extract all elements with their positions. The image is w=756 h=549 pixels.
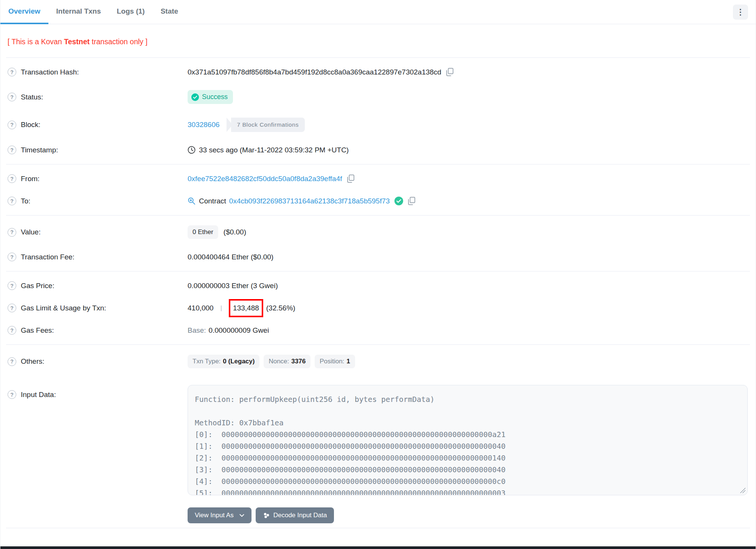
copy-icon[interactable]	[446, 68, 454, 76]
value-label: Value:	[21, 228, 40, 236]
value-badge: 0 Ether	[188, 225, 218, 239]
tab-bar: Overview Internal Txns Logs (1) State ⋮	[0, 0, 756, 24]
input-data-textarea[interactable]: Function: performUpkeep(uint256 id, byte…	[188, 385, 748, 495]
view-input-as-label: View Input As	[195, 512, 234, 519]
help-icon[interactable]: ?	[8, 93, 16, 101]
notice-suffix: transaction only ]	[90, 37, 147, 46]
input-data-actions: View Input As Decode Input Data	[188, 507, 756, 523]
others-label: Others:	[21, 357, 44, 366]
value-usd: ($0.00)	[224, 228, 246, 236]
input-data-line: MethodID: 0x7bbaf1ea	[195, 417, 740, 429]
section-others-input: ? Others: Txn Type: 0 (Legacy) Nonce: 33…	[0, 345, 756, 528]
gas-price-value: 0.000000003 Ether (3 Gwei)	[188, 282, 278, 290]
to-contract-word: Contract	[199, 197, 226, 205]
copy-icon[interactable]	[347, 174, 355, 183]
block-confirmations-badge: 7 Block Confirmations	[225, 118, 305, 132]
txn-type-value: 0 (Legacy)	[223, 358, 255, 365]
help-icon[interactable]: ?	[8, 174, 16, 183]
status-label: Status:	[21, 93, 43, 101]
status-badge-text: Success	[202, 93, 228, 101]
testnet-notice: [ This is a Kovan Testnet transaction on…	[8, 37, 756, 46]
block-number-link[interactable]: 30328606	[188, 121, 220, 129]
help-icon[interactable]: ?	[8, 228, 16, 237]
decode-icon	[263, 512, 270, 519]
input-data-line: [4]: 00000000000000000000000000000000000…	[195, 476, 740, 487]
gas-fees-base-value: 0.000000009 Gwei	[209, 326, 269, 335]
txn-type-badge: Txn Type: 0 (Legacy)	[188, 355, 259, 368]
success-check-icon	[191, 93, 199, 101]
divider	[6, 528, 750, 528]
input-data-line: [0]: 00000000000000000000000000000000000…	[195, 429, 740, 440]
tab-overview[interactable]: Overview	[0, 0, 48, 24]
help-icon[interactable]: ?	[8, 326, 16, 335]
timestamp-value: 33 secs ago (Mar-11-2022 03:59:32 PM +UT…	[199, 146, 349, 154]
row-transaction-hash: ? Transaction Hash: 0x371a51097fb78df856…	[0, 61, 756, 83]
nonce-value: 3376	[291, 358, 306, 365]
verified-check-icon	[394, 197, 403, 205]
input-data-line	[195, 405, 740, 417]
to-address-link[interactable]: 0x4cb093f226983713164a62138c3f718a5b595f…	[229, 197, 390, 205]
transaction-fee-value: 0.000400464 Ether ($0.00)	[188, 253, 273, 261]
help-icon[interactable]: ?	[8, 304, 16, 312]
copy-icon[interactable]	[408, 197, 416, 205]
help-icon[interactable]: ?	[8, 390, 16, 399]
block-label: Block:	[21, 121, 40, 129]
row-input-data: ? Input Data: Function: performUpkeep(ui…	[0, 375, 756, 502]
gas-separator: |	[220, 304, 222, 312]
row-transaction-fee: ? Transaction Fee: 0.000400464 Ether ($0…	[0, 246, 756, 268]
gas-fees-label: Gas Fees:	[21, 326, 54, 335]
txn-type-label: Txn Type:	[192, 358, 220, 365]
position-label: Position:	[320, 358, 344, 365]
help-icon[interactable]: ?	[8, 253, 16, 261]
section-summary: ? Transaction Hash: 0x371a51097fb78df856…	[0, 58, 756, 164]
help-icon[interactable]: ?	[8, 121, 16, 129]
transaction-hash-value: 0x371a51097fb78df856f8b4a7bd459f192d8cc8…	[188, 68, 441, 76]
tab-state[interactable]: State	[153, 0, 186, 24]
transaction-fee-label: Transaction Fee:	[21, 253, 75, 261]
section-gas: ? Gas Price: 0.000000003 Ether (3 Gwei) …	[0, 271, 756, 344]
help-icon[interactable]: ?	[8, 146, 16, 154]
row-gas-fees: ? Gas Fees: Base: 0.000000009 Gwei	[0, 319, 756, 341]
row-block: ? Block: 30328606 7 Block Confirmations	[0, 111, 756, 139]
row-timestamp: ? Timestamp: 33 secs ago (Mar-11-2022 03…	[0, 139, 756, 161]
row-others: ? Others: Txn Type: 0 (Legacy) Nonce: 33…	[0, 348, 756, 375]
footer-bar	[0, 546, 756, 549]
help-icon[interactable]: ?	[8, 197, 16, 205]
section-value: ? Value: 0 Ether ($0.00) ? Transaction F…	[0, 216, 756, 271]
gas-used-annotation-box: 133,488	[229, 299, 263, 317]
from-label: From:	[21, 175, 40, 183]
row-from: ? From: 0xfee7522e8482682cf50ddc50a0f8da…	[0, 167, 756, 190]
input-data-line: [5]: 00000000000000000000000000000000000…	[195, 487, 740, 495]
gas-limit-value: 410,000	[188, 304, 214, 312]
zoom-in-icon[interactable]	[188, 197, 196, 205]
input-data-line: [3]: 00000000000000000000000000000000000…	[195, 464, 740, 476]
nonce-label: Nonce:	[269, 358, 289, 365]
block-confirmations-text: 7 Block Confirmations	[231, 118, 305, 132]
resize-grip-icon[interactable]	[740, 487, 745, 493]
gas-limit-usage-label: Gas Limit & Usage by Txn:	[21, 304, 106, 312]
gas-fees-base-label: Base:	[188, 326, 206, 335]
to-label: To:	[21, 197, 30, 205]
row-status: ? Status: Success	[0, 83, 756, 111]
help-icon[interactable]: ?	[8, 357, 16, 366]
decode-input-data-label: Decode Input Data	[273, 512, 327, 519]
input-data-label: Input Data:	[21, 391, 56, 399]
input-data-line: [2]: 00000000000000000000000000000000000…	[195, 452, 740, 464]
section-addresses: ? From: 0xfee7522e8482682cf50ddc50a0f8da…	[0, 164, 756, 215]
help-icon[interactable]: ?	[8, 281, 16, 290]
clock-icon	[188, 146, 196, 154]
input-data-line: [1]: 00000000000000000000000000000000000…	[195, 440, 740, 452]
gas-price-label: Gas Price:	[21, 282, 54, 290]
position-value: 1	[346, 358, 350, 365]
help-icon[interactable]: ?	[8, 68, 16, 76]
decode-input-data-button[interactable]: Decode Input Data	[256, 507, 334, 523]
from-address-link[interactable]: 0xfee7522e8482682cf50ddc50a0f8da2a39effa…	[188, 175, 342, 183]
transaction-hash-label: Transaction Hash:	[21, 68, 79, 76]
tab-logs[interactable]: Logs (1)	[109, 0, 153, 24]
tab-internal-txns[interactable]: Internal Txns	[48, 0, 109, 24]
input-data-line: Function: performUpkeep(uint256 id, byte…	[195, 394, 740, 405]
more-options-button[interactable]: ⋮	[733, 5, 748, 20]
view-input-as-button[interactable]: View Input As	[188, 507, 251, 523]
chevron-down-icon	[239, 514, 244, 517]
transaction-overview-page: Overview Internal Txns Logs (1) State ⋮ …	[0, 0, 756, 549]
